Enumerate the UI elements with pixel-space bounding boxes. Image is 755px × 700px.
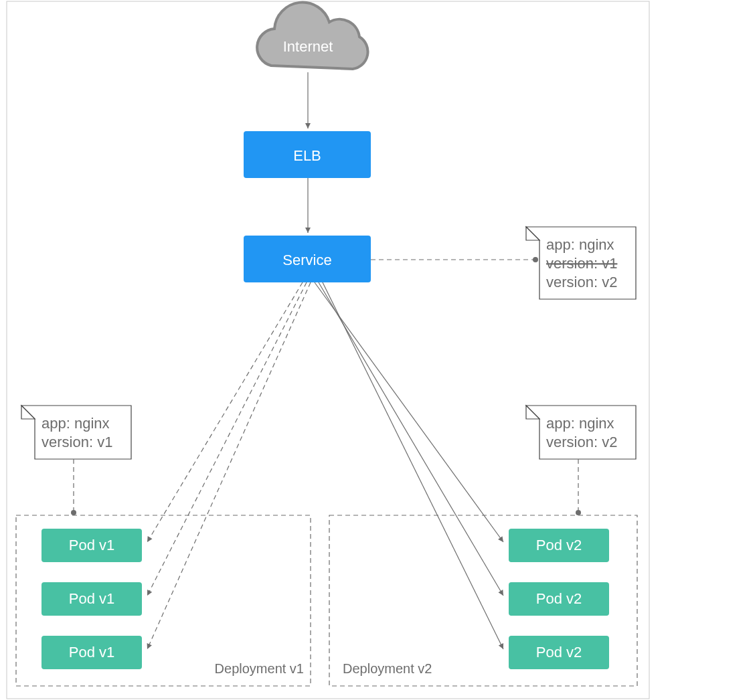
service-note-line2: version: v1 [546, 255, 617, 272]
diagram-canvas: Internet ELB Service app: nginx version:… [0, 0, 755, 700]
elb-box: ELB [244, 131, 371, 178]
svg-text:Pod v1: Pod v1 [69, 644, 115, 661]
svg-text:Pod v2: Pod v2 [536, 590, 582, 607]
pod-v2-0: Pod v2 [509, 529, 609, 562]
deployment-v2-title: Deployment v2 [343, 661, 432, 676]
dot-dep-v2-note [576, 510, 581, 515]
pod-v1-1: Pod v1 [41, 582, 142, 616]
deployment-v2-note: app: nginx version: v2 [526, 406, 636, 459]
dep-v1-note-line1: app: nginx [41, 415, 110, 432]
service-note-line3: version: v2 [546, 274, 617, 290]
pod-v1-2: Pod v1 [41, 636, 142, 669]
pod-v2-1: Pod v2 [509, 582, 609, 616]
service-label: Service [282, 252, 331, 268]
elb-label: ELB [293, 147, 321, 164]
deployment-v1-title: Deployment v1 [215, 661, 304, 676]
svg-text:Pod v2: Pod v2 [536, 537, 582, 553]
dot-service-note [533, 257, 538, 262]
dep-v1-note-line2: version: v1 [41, 434, 112, 450]
service-note: app: nginx version: v1 version: v2 [526, 227, 636, 299]
internet-label: Internet [283, 38, 333, 55]
deployment-v1-note: app: nginx version: v1 [21, 406, 131, 459]
svg-text:Pod v2: Pod v2 [536, 644, 582, 661]
pod-v2-2: Pod v2 [509, 636, 609, 669]
svg-text:Pod v1: Pod v1 [69, 537, 115, 553]
svg-text:Pod v1: Pod v1 [69, 590, 115, 607]
service-note-line1: app: nginx [546, 236, 614, 253]
dep-v2-note-line1: app: nginx [546, 415, 614, 432]
service-box: Service [244, 236, 371, 282]
pod-v1-0: Pod v1 [41, 529, 142, 562]
dot-dep-v1-note [71, 510, 76, 515]
dep-v2-note-line2: version: v2 [546, 434, 617, 450]
